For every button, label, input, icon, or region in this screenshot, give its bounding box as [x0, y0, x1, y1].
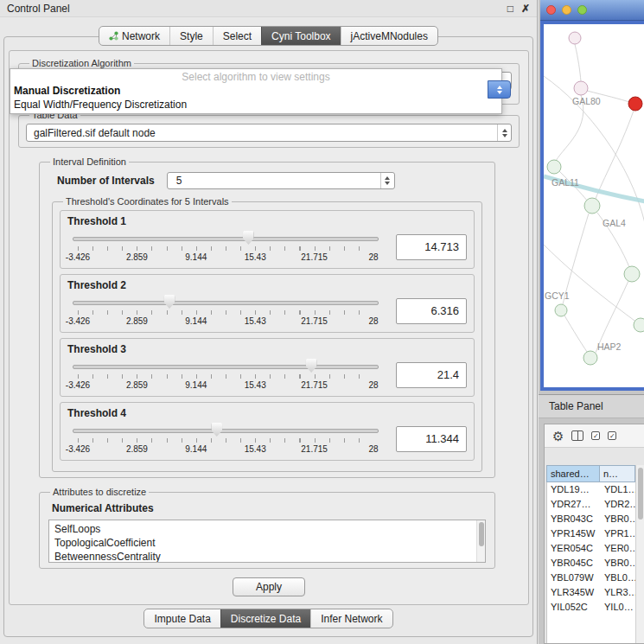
slider-thumb-icon[interactable]	[211, 423, 222, 437]
node-label: GAL11	[552, 177, 579, 188]
slider-thumb-icon[interactable]	[306, 359, 317, 373]
top-tab-bar: NetworkStyleSelectCyni ToolboxjActiveMNo…	[99, 26, 438, 46]
float-window-icon[interactable]: □	[507, 3, 513, 14]
threshold-value-field[interactable]: 11.344	[396, 426, 467, 452]
table-row[interactable]: YBR043CYBR0…	[547, 512, 635, 526]
tab-network[interactable]: Network	[99, 27, 169, 45]
table-row[interactable]: YDL19…YDL1…	[547, 482, 635, 497]
tick-label: 2.859	[126, 380, 148, 390]
node-label: GCY1	[545, 290, 570, 301]
algorithm-placeholder-option: Select algorithm to view settings	[10, 71, 501, 84]
attribute-list-item[interactable]: SelfLoops	[54, 522, 471, 536]
column-header[interactable]: n…	[600, 465, 635, 482]
zoom-traffic-light-icon[interactable]	[577, 5, 587, 15]
table-row[interactable]: YIL052CYIL0…	[547, 600, 635, 615]
threshold-slider[interactable]: -3.4262.8599.14415.4321.71528	[67, 231, 384, 263]
combo-updown-icon[interactable]	[497, 124, 511, 141]
checkbox-icon[interactable]: ✓	[608, 431, 616, 440]
tick-label: 15.43	[245, 316, 266, 326]
minimize-traffic-light-icon[interactable]	[562, 5, 571, 15]
slider-thumb-icon[interactable]	[164, 295, 175, 309]
network-node[interactable]	[574, 81, 588, 95]
network-canvas[interactable]: GAL80GAL11GAL4GCY1HAP2	[540, 21, 644, 391]
table-row[interactable]: YBR045CYBR0…	[547, 556, 635, 571]
algorithm-option-equal-width-frequency-discretization[interactable]: Equal Width/Frequency Discretization	[10, 98, 501, 112]
threshold-slider[interactable]: -3.4262.8599.14415.4321.71528	[67, 295, 384, 327]
tab-impute-data[interactable]: Impute Data	[144, 609, 220, 628]
table-cell: YIL0…	[601, 600, 635, 615]
algorithm-dropdown-popup: Select algorithm to view settings Manual…	[10, 68, 502, 114]
tick-label: -3.426	[66, 444, 90, 454]
threshold-label: Threshold 3	[67, 343, 467, 355]
thresholds-host: Threshold 1 -3.4262.8599.14415.4321.7152…	[60, 210, 475, 461]
table-scrollbar[interactable]	[635, 465, 644, 643]
columns-icon[interactable]	[571, 430, 583, 441]
bottom-tab-bar: Impute DataDiscretize DataInfer Network	[143, 609, 392, 628]
threshold-value-field[interactable]: 6.316	[396, 298, 467, 324]
spinner-updown-icon[interactable]	[380, 173, 394, 188]
table-cell: YDL1…	[601, 482, 635, 497]
tab-label: Infer Network	[321, 613, 382, 625]
combo-up-arrow-icon	[497, 86, 502, 89]
number-of-intervals-spinner[interactable]: 5	[167, 172, 395, 189]
checkbox-icon[interactable]: ✓	[591, 431, 600, 440]
control-panel-titlebar: Control Panel □ ✗	[0, 0, 537, 17]
threshold-value-field[interactable]: 21.4	[396, 362, 467, 388]
attribute-list-item[interactable]: TopologicalCoefficient	[54, 536, 471, 550]
network-node[interactable]	[624, 266, 640, 282]
threshold-panel: Threshold 2 -3.4262.8599.14415.4321.7152…	[60, 274, 475, 333]
slider-track[interactable]	[78, 231, 373, 245]
cyni-toolbox-panel: Discretization Algorithm Select algorith…	[9, 50, 529, 605]
network-node[interactable]	[634, 318, 644, 332]
network-node[interactable]	[569, 32, 581, 44]
threshold-row: -3.4262.8599.14415.4321.71528 21.4	[67, 359, 467, 391]
attribute-list-item[interactable]: BetweennessCentrality	[54, 550, 471, 563]
table-cell: YLR3…	[601, 585, 635, 600]
table-cell: YIL052C	[547, 600, 601, 615]
slider-track[interactable]	[78, 423, 373, 437]
table-row[interactable]: YLR345WYLR3…	[547, 585, 635, 600]
network-node[interactable]	[584, 198, 600, 214]
tab-discretize-data[interactable]: Discretize Data	[220, 609, 310, 628]
network-canvas-svg: GAL80GAL11GAL4GCY1HAP2	[544, 24, 644, 387]
threshold-value-field[interactable]: 14.713	[396, 234, 467, 260]
threshold-row: -3.4262.8599.14415.4321.71528 6.316	[67, 295, 467, 327]
tab-jactivemnodules[interactable]: jActiveMNodules	[341, 27, 437, 45]
slider-tick-labels: -3.4262.8599.14415.4321.71528	[78, 380, 373, 391]
tab-label: jActiveMNodules	[351, 30, 428, 42]
slider-track[interactable]	[78, 359, 373, 373]
table-row[interactable]: YDR27…YDR2…	[547, 497, 635, 512]
column-header[interactable]: shared…	[546, 465, 600, 482]
thresholds-group: Threshold's Coordinates for 5 Intervals …	[52, 196, 482, 472]
network-node[interactable]	[628, 97, 642, 111]
tick-label: 28	[368, 316, 378, 326]
threshold-slider[interactable]: -3.4262.8599.14415.4321.71528	[67, 359, 384, 391]
tab-select[interactable]: Select	[213, 27, 261, 45]
tick-label: 28	[368, 380, 378, 390]
panel-title: Control Panel	[7, 3, 70, 15]
algorithm-combobox-button[interactable]	[488, 80, 511, 99]
close-window-icon[interactable]: ✗	[521, 3, 530, 14]
table-row[interactable]: YPR145WYPR1…	[547, 526, 635, 541]
network-node[interactable]	[555, 304, 567, 316]
tick-label: 21.715	[301, 444, 328, 454]
table-data-combobox[interactable]: galFiltered.sif default node	[26, 124, 512, 142]
tab-infer-network[interactable]: Infer Network	[310, 609, 392, 628]
gear-icon[interactable]: ⚙	[552, 430, 564, 443]
table-row[interactable]: YER054CYER0…	[547, 541, 635, 556]
network-node[interactable]	[547, 160, 561, 174]
tab-cyni-toolbox[interactable]: Cyni Toolbox	[261, 27, 340, 45]
table-row[interactable]: YBL079WYBL0…	[547, 571, 635, 585]
table-cell: YDL19…	[547, 482, 601, 497]
apply-button[interactable]: Apply	[233, 577, 305, 596]
slider-thumb-icon[interactable]	[243, 231, 254, 245]
slider-track[interactable]	[78, 295, 373, 309]
network-node[interactable]	[583, 351, 597, 365]
tab-style[interactable]: Style	[169, 27, 213, 45]
numerical-attributes-listbox[interactable]: SelfLoopsTopologicalCoefficientBetweenne…	[48, 520, 486, 563]
list-scrollbar[interactable]	[476, 520, 485, 562]
algorithm-option-manual-discretization[interactable]: Manual Discretization	[10, 84, 501, 98]
threshold-slider[interactable]: -3.4262.8599.14415.4321.71528	[67, 423, 384, 455]
tick-label: 9.144	[185, 252, 207, 262]
close-traffic-light-icon[interactable]	[546, 5, 556, 15]
